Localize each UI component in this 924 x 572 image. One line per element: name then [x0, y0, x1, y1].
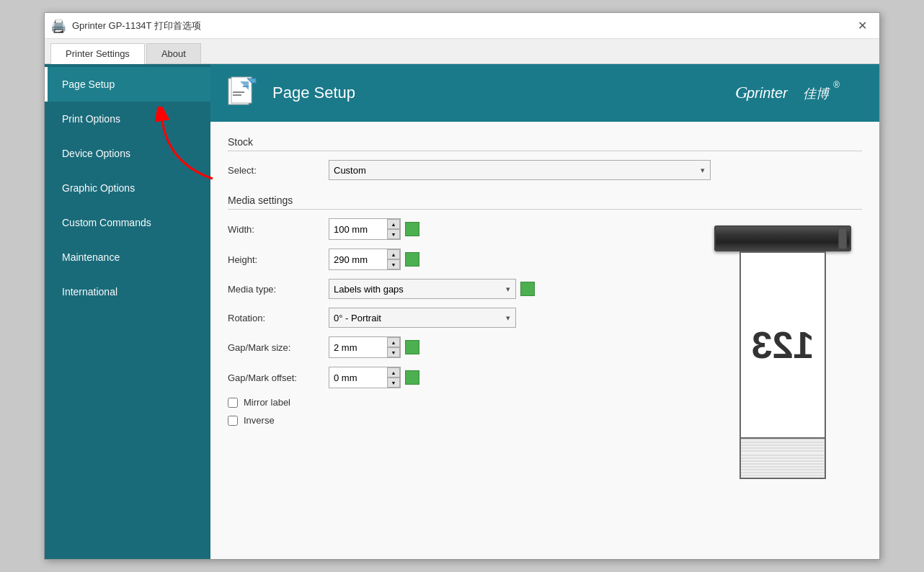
sidebar: Page Setup Print Options Device Options …	[45, 64, 210, 559]
gap-strip-graphic	[739, 439, 826, 453]
height-input[interactable]	[329, 249, 387, 269]
rotation-select[interactable]: 0° - Portrait 90° - Landscape 180° - Por…	[329, 308, 516, 328]
svg-text:佳博: 佳博	[803, 86, 831, 101]
preview-column: 123	[703, 218, 862, 479]
stock-select-row: Select: Custom Label 100x150 Label 57x40…	[228, 160, 862, 180]
width-input[interactable]	[329, 219, 387, 239]
gap-offset-spinner: ▲ ▼	[329, 367, 401, 388]
width-spin-down[interactable]: ▼	[387, 229, 400, 239]
media-type-select-wrapper: Labels with gaps Continuous Black mark	[329, 279, 516, 299]
page-setup-icon	[225, 75, 261, 111]
mirror-label-row: Mirror label	[228, 397, 689, 408]
gap-size-input[interactable]	[329, 337, 387, 357]
sidebar-item-custom-commands[interactable]: Custom Commands	[45, 205, 210, 240]
panel-header: Page Setup G printer 佳博 ®	[210, 64, 879, 122]
media-settings-section: Media settings Width: ▲	[228, 195, 862, 479]
label-preview-container: 123	[711, 225, 855, 479]
label-preview-text: 123	[752, 323, 814, 367]
printer-head-graphic	[714, 225, 851, 251]
gap-size-control: ▲ ▼	[329, 336, 419, 358]
gap-offset-row: Gap/Mark offset: ▲ ▼	[228, 367, 689, 388]
inverse-row: Inverse	[228, 415, 689, 426]
mirror-label-text: Mirror label	[244, 397, 290, 408]
svg-rect-4	[233, 91, 244, 93]
media-type-green-btn[interactable]	[520, 282, 535, 296]
width-spinner-buttons: ▲ ▼	[387, 219, 400, 239]
svg-rect-6	[243, 86, 249, 87]
gap-offset-input[interactable]	[329, 367, 387, 388]
rotation-row: Rotation: 0° - Portrait 90° - Landscape …	[228, 308, 689, 328]
sidebar-item-print-options[interactable]: Print Options	[45, 102, 210, 136]
panel-body: Stock Select: Custom Label 100x150 Label…	[210, 122, 879, 559]
panel-header-title: Page Setup	[272, 84, 355, 102]
height-spinner: ▲ ▼	[329, 249, 401, 270]
svg-text:®: ®	[833, 80, 840, 90]
main-window: 🖨️ Gprinter GP-1134T 打印首选项 ✕ Printer Set…	[44, 12, 880, 560]
gap-offset-spin-down[interactable]: ▼	[387, 377, 400, 388]
tab-about[interactable]: About	[146, 43, 201, 63]
printer-side-graphic	[838, 228, 847, 249]
stock-select-area: Custom Label 100x150 Label 57x40 Label 8…	[329, 160, 711, 180]
gap-size-spinner-buttons: ▲ ▼	[387, 337, 400, 357]
content-area: Page Setup Print Options Device Options …	[45, 64, 879, 559]
width-spin-up[interactable]: ▲	[387, 219, 400, 229]
gap-offset-green-btn[interactable]	[405, 370, 419, 385]
media-type-row: Media type: Labels with gaps Continuous …	[228, 279, 689, 299]
two-col-layout: Width: ▲ ▼	[228, 218, 862, 479]
rotation-control: 0° - Portrait 90° - Landscape 180° - Por…	[329, 308, 516, 328]
printer-icon: 🖨️	[50, 18, 66, 34]
height-green-btn[interactable]	[405, 252, 419, 267]
width-row: Width: ▲ ▼	[228, 218, 689, 240]
tab-bar: Printer Settings About	[45, 39, 879, 64]
stock-section-title: Stock	[228, 136, 862, 151]
width-green-btn[interactable]	[405, 222, 419, 236]
tab-printer-settings[interactable]: Printer Settings	[50, 43, 145, 64]
panel-header-left: Page Setup	[225, 75, 355, 111]
gap-size-spin-down[interactable]: ▼	[387, 347, 400, 357]
gap-offset-control: ▲ ▼	[329, 367, 419, 388]
height-label: Height:	[228, 254, 329, 265]
width-spinner: ▲ ▼	[329, 218, 401, 240]
svg-rect-2	[231, 77, 252, 103]
gap-size-green-btn[interactable]	[405, 340, 419, 354]
sidebar-item-device-options[interactable]: Device Options	[45, 136, 210, 171]
label-preview: 123	[739, 251, 826, 439]
brand-logo: G printer 佳博 ®	[735, 76, 850, 110]
height-spin-up[interactable]: ▲	[387, 249, 400, 259]
gap-offset-spin-up[interactable]: ▲	[387, 367, 400, 377]
sidebar-item-international[interactable]: International	[45, 274, 210, 309]
height-spin-down[interactable]: ▼	[387, 259, 400, 269]
height-row: Height: ▲ ▼	[228, 249, 689, 270]
media-settings-title: Media settings	[228, 195, 862, 210]
inverse-checkbox[interactable]	[228, 416, 238, 426]
bottom-strip-graphic	[739, 453, 826, 479]
height-control: ▲ ▼	[329, 249, 419, 270]
stock-select-label: Select:	[228, 165, 329, 176]
width-control: ▲ ▼	[329, 218, 419, 240]
main-panel: Page Setup G printer 佳博 ® Stock Select:	[210, 64, 879, 559]
title-bar-left: 🖨️ Gprinter GP-1134T 打印首选项	[50, 18, 201, 34]
sidebar-item-maintenance[interactable]: Maintenance	[45, 240, 210, 274]
title-bar: 🖨️ Gprinter GP-1134T 打印首选项 ✕	[45, 13, 879, 39]
sidebar-item-page-setup[interactable]: Page Setup	[45, 67, 210, 102]
media-type-select[interactable]: Labels with gaps Continuous Black mark	[329, 279, 516, 299]
svg-text:printer: printer	[746, 85, 788, 101]
close-button[interactable]: ✕	[850, 16, 874, 36]
mirror-label-checkbox[interactable]	[228, 398, 238, 408]
stock-select-wrapper: Custom Label 100x150 Label 57x40 Label 8…	[329, 160, 711, 180]
inverse-label-text: Inverse	[244, 415, 275, 426]
gap-size-row: Gap/Mark size: ▲ ▼	[228, 336, 689, 358]
width-label: Width:	[228, 224, 329, 235]
stock-select[interactable]: Custom Label 100x150 Label 57x40 Label 8…	[329, 160, 711, 180]
media-type-control: Labels with gaps Continuous Black mark	[329, 279, 535, 299]
gap-size-spinner: ▲ ▼	[329, 336, 401, 358]
gap-size-spin-up[interactable]: ▲	[387, 337, 400, 347]
svg-text:G: G	[735, 83, 747, 102]
window-title: Gprinter GP-1134T 打印首选项	[72, 19, 201, 32]
sidebar-item-graphic-options[interactable]: Graphic Options	[45, 171, 210, 205]
svg-rect-5	[233, 94, 241, 96]
height-spinner-buttons: ▲ ▼	[387, 249, 400, 269]
rotation-select-wrapper: 0° - Portrait 90° - Landscape 180° - Por…	[329, 308, 516, 328]
gap-offset-label: Gap/Mark offset:	[228, 372, 329, 383]
rotation-label: Rotation:	[228, 313, 329, 323]
